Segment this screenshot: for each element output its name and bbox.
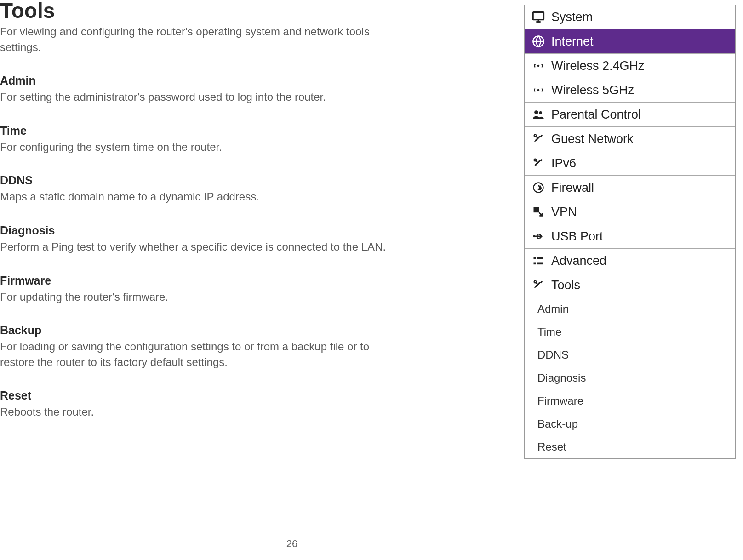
svg-line-10 bbox=[536, 136, 537, 138]
list-icon bbox=[527, 249, 549, 273]
svg-rect-17 bbox=[534, 263, 536, 265]
menu-label: Advanced bbox=[551, 254, 606, 268]
svg-rect-18 bbox=[537, 257, 543, 259]
menu-item-system[interactable]: System bbox=[525, 5, 735, 29]
section-description: Reboots the router. bbox=[0, 404, 395, 420]
menu-label: VPN bbox=[551, 205, 577, 219]
section-description: Perform a Ping test to verify whether a … bbox=[0, 239, 395, 255]
tools-icon bbox=[527, 151, 549, 175]
menu-label: IPv6 bbox=[551, 156, 576, 171]
section-description: For updating the router's firmware. bbox=[0, 289, 395, 305]
menu-item-wireless-5[interactable]: Wireless 5GHz bbox=[525, 78, 735, 103]
section-diagnosis: Diagnosis Perform a Ping test to verify … bbox=[0, 224, 395, 255]
sub-label: Diagnosis bbox=[537, 371, 586, 384]
svg-rect-14 bbox=[534, 207, 539, 213]
section-heading: Backup bbox=[0, 324, 395, 337]
sub-item-ddns[interactable]: DDNS bbox=[525, 343, 735, 366]
section-reset: Reset Reboots the router. bbox=[0, 389, 395, 420]
svg-point-7 bbox=[534, 110, 538, 114]
sub-label: Reset bbox=[537, 440, 566, 453]
usb-icon bbox=[527, 224, 549, 248]
menu-label: Internet bbox=[551, 34, 594, 49]
main-content: Tools For viewing and configuring the ro… bbox=[0, 0, 395, 439]
section-description: For configuring the system time on the r… bbox=[0, 139, 395, 155]
section-description: For loading or saving the configuration … bbox=[0, 339, 395, 370]
page-title: Tools bbox=[0, 0, 395, 21]
sub-item-backup[interactable]: Back-up bbox=[525, 412, 735, 435]
svg-point-8 bbox=[539, 111, 542, 114]
sub-label: Back-up bbox=[537, 417, 578, 430]
menu-label: Parental Control bbox=[551, 108, 641, 122]
svg-line-21 bbox=[536, 282, 537, 284]
section-heading: DDNS bbox=[0, 174, 395, 187]
sub-label: DDNS bbox=[537, 349, 569, 361]
globe-icon bbox=[527, 29, 549, 53]
users-icon bbox=[527, 103, 549, 126]
section-backup: Backup For loading or saving the configu… bbox=[0, 324, 395, 370]
menu-label: Firewall bbox=[551, 181, 594, 195]
section-description: Maps a static domain name to a dynamic I… bbox=[0, 189, 395, 205]
menu-item-advanced[interactable]: Advanced bbox=[525, 249, 735, 273]
section-heading: Reset bbox=[0, 389, 395, 402]
section-heading: Admin bbox=[0, 74, 395, 87]
sub-item-diagnosis[interactable]: Diagnosis bbox=[525, 366, 735, 389]
menu-label: Wireless 5GHz bbox=[551, 83, 634, 97]
menu-item-ipv6[interactable]: IPv6 bbox=[525, 151, 735, 176]
menu-item-parental[interactable]: Parental Control bbox=[525, 103, 735, 127]
sub-item-reset[interactable]: Reset bbox=[525, 435, 735, 458]
sub-item-time[interactable]: Time bbox=[525, 320, 735, 343]
sub-item-admin[interactable]: Admin bbox=[525, 297, 735, 320]
menu-label: System bbox=[551, 10, 593, 24]
svg-point-15 bbox=[533, 235, 535, 238]
menu-label: Guest Network bbox=[551, 132, 634, 146]
menu-item-usb[interactable]: USB Port bbox=[525, 224, 735, 249]
section-time: Time For configuring the system time on … bbox=[0, 124, 395, 155]
page-number: 26 bbox=[0, 538, 584, 550]
arrow-icon bbox=[527, 200, 549, 224]
tools-icon bbox=[527, 273, 549, 297]
monitor-icon bbox=[527, 5, 549, 29]
svg-line-12 bbox=[536, 160, 537, 162]
sub-label: Firmware bbox=[537, 394, 583, 407]
sidebar-menu: System Internet Wireless 2.4GHz Wireless… bbox=[524, 5, 736, 459]
menu-item-internet[interactable]: Internet bbox=[525, 29, 735, 54]
fire-icon bbox=[527, 176, 549, 200]
svg-rect-19 bbox=[537, 263, 543, 265]
section-firmware: Firmware For updating the router's firmw… bbox=[0, 274, 395, 305]
section-ddns: DDNS Maps a static domain name to a dyna… bbox=[0, 174, 395, 205]
tools-icon bbox=[527, 127, 549, 151]
menu-item-wireless-24[interactable]: Wireless 2.4GHz bbox=[525, 54, 735, 78]
svg-point-6 bbox=[537, 89, 540, 91]
svg-point-5 bbox=[537, 65, 540, 67]
wifi-icon bbox=[527, 54, 549, 78]
svg-rect-0 bbox=[533, 12, 543, 20]
sub-item-firmware[interactable]: Firmware bbox=[525, 389, 735, 412]
sub-label: Admin bbox=[537, 303, 569, 315]
wifi-icon bbox=[527, 78, 549, 102]
section-heading: Firmware bbox=[0, 274, 395, 287]
section-admin: Admin For setting the administrator's pa… bbox=[0, 74, 395, 105]
svg-point-13 bbox=[534, 183, 543, 193]
menu-item-vpn[interactable]: VPN bbox=[525, 200, 735, 224]
menu-label: Wireless 2.4GHz bbox=[551, 59, 645, 73]
menu-label: Tools bbox=[551, 278, 580, 292]
menu-label: USB Port bbox=[551, 229, 603, 244]
svg-rect-16 bbox=[534, 257, 536, 259]
section-description: For setting the administrator's password… bbox=[0, 89, 395, 105]
menu-item-guest[interactable]: Guest Network bbox=[525, 127, 735, 151]
menu-item-tools[interactable]: Tools bbox=[525, 273, 735, 297]
section-heading: Diagnosis bbox=[0, 224, 395, 237]
sub-label: Time bbox=[537, 326, 561, 338]
page-description: For viewing and configuring the router's… bbox=[0, 24, 395, 55]
menu-item-firewall[interactable]: Firewall bbox=[525, 176, 735, 200]
section-heading: Time bbox=[0, 124, 395, 137]
